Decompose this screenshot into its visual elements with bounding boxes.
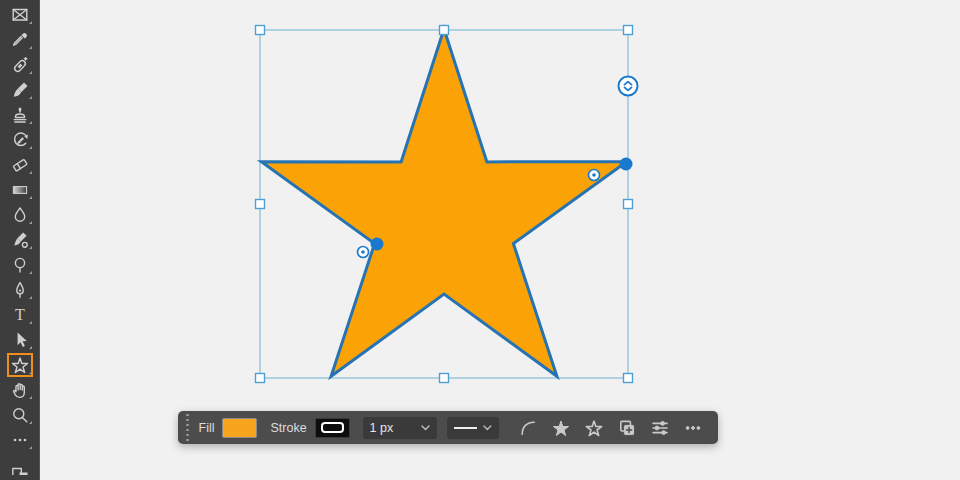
arrow-icon: [10, 330, 30, 350]
drag-handle[interactable]: [186, 414, 189, 442]
fill-label: Fill: [199, 421, 215, 435]
pen-icon: [10, 280, 30, 300]
radius-control-dot[interactable]: [371, 238, 384, 251]
mixer-brush-icon: [10, 230, 30, 250]
tool-clone-stamp[interactable]: [0, 102, 40, 127]
filled-star-icon: [551, 418, 571, 438]
tool-mixer-brush[interactable]: [0, 227, 40, 252]
bandaid-icon: [10, 55, 30, 75]
tool-star-shape[interactable]: [0, 352, 40, 377]
transform-handle[interactable]: [256, 374, 265, 383]
ellipsis-icon: [10, 430, 30, 450]
application-window: T: [0, 0, 960, 480]
shape-option-buttons: [515, 415, 706, 441]
tool-pen[interactable]: [0, 277, 40, 302]
brush-icon: [10, 80, 30, 100]
crossed-box-icon: [10, 5, 30, 25]
transform-handle[interactable]: [624, 200, 633, 209]
tool-blur[interactable]: [0, 202, 40, 227]
solid-line-preview: [454, 427, 477, 429]
tool-gradient[interactable]: [0, 177, 40, 202]
stroke-color-swatch[interactable]: [315, 418, 350, 438]
tools-panel: T: [0, 0, 40, 480]
stroke-label: Stroke: [270, 421, 306, 435]
tool-eraser[interactable]: [0, 152, 40, 177]
corner-arc-icon: [518, 418, 538, 438]
fill-color-swatch[interactable]: [222, 418, 257, 438]
tool-brush[interactable]: [0, 77, 40, 102]
svg-text:T: T: [15, 306, 25, 323]
eyedropper-icon: [10, 30, 30, 50]
more-options-button[interactable]: [680, 415, 706, 441]
corner-radius-button[interactable]: [515, 415, 541, 441]
rotate-widget[interactable]: [619, 77, 638, 96]
star-icon: [10, 355, 30, 375]
transform-handle[interactable]: [624, 26, 633, 35]
tool-more-tools[interactable]: [0, 427, 40, 452]
properties-button[interactable]: [647, 415, 673, 441]
transform-handle[interactable]: [256, 26, 265, 35]
stamp-icon: [10, 105, 30, 125]
sliders-icon: [650, 418, 670, 438]
outline-star-button[interactable]: [581, 415, 607, 441]
duplicate-shape-button[interactable]: [614, 415, 640, 441]
chevron-down-icon: [421, 425, 430, 431]
tool-history-brush[interactable]: [0, 127, 40, 152]
shape-options-bar: Fill Stroke 1 px: [178, 411, 718, 444]
canvas[interactable]: [0, 0, 960, 480]
outline-star-icon: [584, 418, 604, 438]
transform-handle[interactable]: [440, 26, 449, 35]
gradient-icon: [10, 180, 30, 200]
tool-hand[interactable]: [0, 377, 40, 402]
dodge-icon: [10, 255, 30, 275]
stroke-style-preview: [321, 422, 344, 433]
droplet-icon: [10, 205, 30, 225]
transform-handle[interactable]: [624, 374, 633, 383]
tool-eyedropper[interactable]: [0, 27, 40, 52]
chevron-down-icon: [483, 425, 492, 431]
star-shape[interactable]: [261, 29, 626, 376]
target-ring-dot: [592, 173, 596, 177]
tool-crossed-box[interactable]: [0, 2, 40, 27]
tool-zoom[interactable]: [0, 402, 40, 427]
hand-icon: [10, 380, 30, 400]
stroke-type-dropdown[interactable]: [447, 417, 499, 439]
transform-handle[interactable]: [256, 200, 265, 209]
transform-handle[interactable]: [440, 374, 449, 383]
radius-control-dot[interactable]: [620, 158, 633, 171]
type-icon: T: [10, 305, 30, 325]
stroke-width-dropdown[interactable]: 1 px: [363, 417, 437, 439]
swatches-icon: [10, 455, 30, 475]
target-ring-dot: [361, 250, 365, 254]
magnifier-icon: [10, 405, 30, 425]
tool-color-swatches[interactable]: [0, 452, 40, 477]
stroke-width-value: 1 px: [370, 421, 421, 435]
tool-spot-healing[interactable]: [0, 52, 40, 77]
ellipsis-icon: [683, 418, 703, 438]
tool-dodge[interactable]: [0, 252, 40, 277]
tool-path-selection[interactable]: [0, 327, 40, 352]
tool-type[interactable]: T: [0, 302, 40, 327]
eraser-icon: [10, 155, 30, 175]
filled-star-button[interactable]: [548, 415, 574, 441]
duplicate-shape-icon: [617, 418, 637, 438]
history-brush-icon: [10, 130, 30, 150]
